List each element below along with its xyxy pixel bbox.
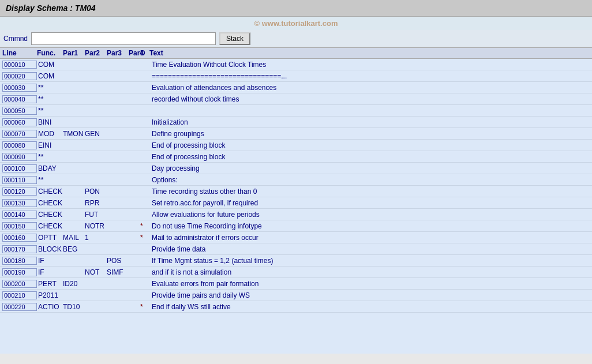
cell-line: 000210 [2, 291, 37, 299]
cell-line: 000100 [2, 164, 37, 172]
header-par1: Par1 [63, 49, 85, 57]
table-row[interactable]: 000170 BLOCK BEG Provide time data [0, 243, 592, 255]
cell-text: Time Evaluation Without Clock Times [149, 61, 590, 69]
header-par2: Par2 [85, 49, 107, 57]
cell-par1: BEG [63, 245, 85, 253]
cell-func: CHECK [37, 187, 63, 196]
cell-par2: GEN [85, 130, 107, 138]
table-row[interactable]: 000060 BINI Initialization [0, 117, 592, 128]
cell-line: 000190 [2, 268, 37, 276]
cell-line: 000040 [2, 95, 37, 103]
table-row[interactable]: 000040 ** recorded without clock times [0, 93, 592, 105]
header-par3: Par3 [107, 49, 129, 57]
cell-text: Time recording status other than 0 [149, 187, 590, 196]
cell-func: CHECK [37, 199, 63, 207]
header-func: Func. [37, 49, 63, 57]
cell-line: 000090 [2, 153, 37, 161]
cell-func: BDAY [37, 164, 63, 172]
table-row[interactable]: 000140 CHECK FUT Allow evaluations for f… [0, 209, 592, 220]
cell-func: COM [37, 61, 63, 69]
header-line: Line [2, 49, 37, 57]
cell-line: 000050 [2, 107, 37, 115]
cell-line: 000120 [2, 187, 37, 196]
cell-text: Initialization [149, 118, 590, 126]
cell-text: Evaluation of attendances and absences [149, 84, 590, 92]
cell-func: IF [37, 268, 63, 276]
cell-line: 000200 [2, 280, 37, 288]
cell-line: 000110 [2, 176, 37, 184]
table-row[interactable]: 000180 IF POS If Time Mgmt status = 1,2 … [0, 255, 592, 267]
cell-func: OPTT [37, 234, 63, 242]
cell-text: recorded without clock times [149, 95, 590, 103]
cell-par2: FUT [85, 211, 107, 219]
cell-text: Define groupings [149, 130, 590, 138]
cell-func: ** [37, 176, 63, 184]
watermark-text: © www.tutorialkart.com [254, 19, 338, 28]
cell-func: ACTIO [37, 303, 63, 311]
cell-par3: POS [107, 257, 129, 265]
page-title: Display Schema : TM04 [6, 3, 96, 13]
cell-text: End of processing block [149, 153, 590, 161]
table-row[interactable]: 000030 ** Evaluation of attendances and … [0, 82, 592, 93]
table-row[interactable]: 000150 CHECK NOTR * Do not use Time Reco… [0, 220, 592, 232]
cell-line: 000020 [2, 72, 37, 80]
cell-par2: RPR [85, 199, 107, 207]
table-row[interactable]: 000090 ** End of processing block [0, 151, 592, 163]
cell-text: Provide time data [149, 245, 590, 253]
cell-func: MOD [37, 130, 63, 138]
cell-line: 000150 [2, 222, 37, 230]
cell-text: Allow evaluations for future periods [149, 211, 590, 219]
header-text: Text [149, 49, 590, 57]
stack-button[interactable]: Stack [219, 32, 250, 45]
command-input[interactable] [31, 32, 216, 45]
table-row[interactable]: 000190 IF NOT SIMF and if it is not a si… [0, 267, 592, 278]
cell-line: 000010 [2, 61, 37, 69]
table-row[interactable]: 000050 ** [0, 105, 592, 117]
table-row[interactable]: 000220 ACTIO TD10 * End if daily WS stil… [0, 301, 592, 313]
cell-par1: TD10 [63, 303, 85, 311]
cell-line: 000160 [2, 234, 37, 242]
cell-func: BINI [37, 118, 63, 126]
cell-text: Mail to administrator if errors occur [149, 234, 590, 242]
cell-text: ================================... [149, 72, 590, 80]
cell-func: P2011 [37, 291, 63, 299]
cell-text: End if daily WS still active [149, 303, 590, 311]
cell-text: and if it is not a simulation [149, 268, 590, 276]
table-row[interactable]: 000010 COM Time Evaluation Without Clock… [0, 59, 592, 70]
cell-par2: 1 [85, 234, 107, 242]
cell-par2: NOT [85, 268, 107, 276]
table-row[interactable]: 000020 COM =============================… [0, 70, 592, 82]
cell-line: 000070 [2, 130, 37, 138]
table-row[interactable]: 000130 CHECK RPR Set retro.acc.for payro… [0, 197, 592, 209]
table-row[interactable]: 000120 CHECK PON Time recording status o… [0, 186, 592, 197]
cell-text: Evaluate errors from pair formation [149, 280, 590, 288]
command-label: Cmmnd [3, 35, 28, 43]
cell-par1: TMON [63, 130, 85, 138]
table-row[interactable]: 000210 P2011 Provide time pairs and dail… [0, 290, 592, 301]
table-row[interactable]: 000200 PERT ID20 Evaluate errors from pa… [0, 278, 592, 290]
cell-d: * [140, 303, 149, 311]
table-row[interactable]: 000070 MOD TMON GEN Define groupings [0, 128, 592, 140]
cell-text: End of processing block [149, 141, 590, 149]
cell-func: PERT [37, 280, 63, 288]
cell-par1: MAIL [63, 234, 85, 242]
cell-func: ** [37, 84, 63, 92]
cell-func: BLOCK [37, 245, 63, 253]
cell-line: 000220 [2, 303, 37, 311]
cell-line: 000130 [2, 199, 37, 207]
cell-line: 000080 [2, 141, 37, 149]
cell-par2: PON [85, 187, 107, 196]
table-row[interactable]: 000100 BDAY Day processing [0, 163, 592, 174]
cell-func: COM [37, 72, 63, 80]
table-container: 000010 COM Time Evaluation Without Clock… [0, 59, 592, 354]
cell-d: * [140, 234, 149, 242]
table-row[interactable]: 000110 ** Options: [0, 174, 592, 186]
table-row[interactable]: 000160 OPTT MAIL 1 * Mail to administrat… [0, 232, 592, 243]
cell-line: 000170 [2, 245, 37, 253]
cell-func: CHECK [37, 222, 63, 230]
cell-func: ** [37, 95, 63, 103]
header-par4: Par4 [129, 49, 140, 57]
table-header: Line Func. Par1 Par2 Par3 Par4 D Text [0, 48, 592, 59]
cell-par1: ID20 [63, 280, 85, 288]
table-row[interactable]: 000080 EINI End of processing block [0, 140, 592, 151]
